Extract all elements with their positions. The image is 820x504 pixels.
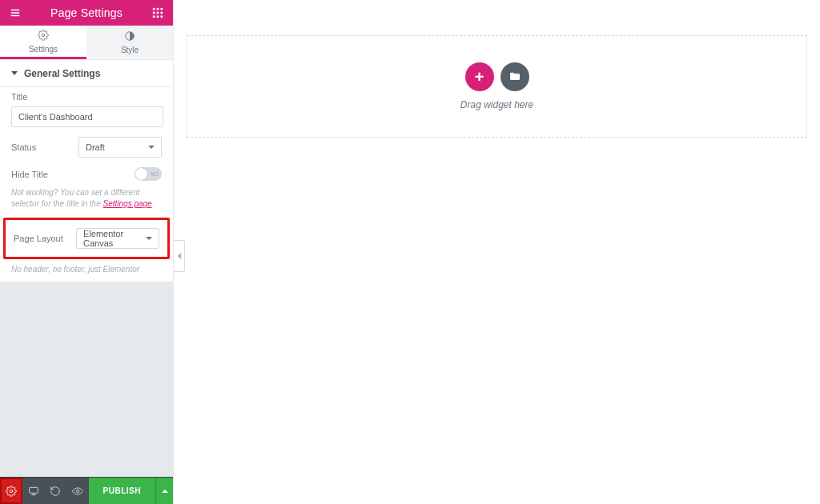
- svg-rect-2: [161, 8, 163, 10]
- status-value: Draft: [86, 142, 105, 152]
- publish-options-button[interactable]: [155, 478, 173, 504]
- add-section-button[interactable]: +: [465, 62, 494, 91]
- chevron-down-icon: [11, 71, 18, 75]
- editor-canvas: + Drag widget here: [174, 0, 820, 504]
- label-status: Status: [11, 142, 78, 152]
- chevron-left-icon: [178, 253, 181, 259]
- field-page-layout: Page Layout Elementor Canvas: [6, 223, 167, 254]
- svg-rect-6: [153, 16, 155, 18]
- add-template-button[interactable]: [500, 62, 529, 91]
- drop-zone[interactable]: + Drag widget here: [187, 35, 807, 138]
- gear-icon: [38, 30, 49, 43]
- page-layout-select[interactable]: Elementor Canvas: [76, 228, 159, 249]
- footer-preview-button[interactable]: [66, 478, 89, 504]
- panel-footer: PUBLISH: [0, 477, 173, 504]
- tab-style[interactable]: Style: [86, 26, 173, 59]
- chevron-up-icon: [162, 490, 168, 493]
- panel-header: Page Settings: [0, 0, 173, 26]
- chevron-down-icon: [146, 237, 152, 240]
- footer-publish-group: PUBLISH: [89, 478, 173, 504]
- footer-settings-button[interactable]: [0, 478, 22, 504]
- tab-label: Style: [121, 46, 139, 54]
- title-input[interactable]: [11, 106, 163, 127]
- menu-button[interactable]: [5, 2, 26, 23]
- label-title: Title: [11, 92, 162, 102]
- drop-zone-buttons: +: [465, 62, 529, 91]
- svg-rect-5: [161, 12, 163, 14]
- hide-title-toggle[interactable]: NO: [135, 167, 162, 181]
- section-general-settings[interactable]: General Settings: [0, 60, 173, 87]
- footer-history-button[interactable]: [45, 478, 67, 504]
- label-hide-title: Hide Title: [11, 170, 135, 179]
- svg-rect-4: [157, 12, 159, 14]
- plus-icon: +: [475, 68, 484, 86]
- section-title: General Settings: [24, 68, 100, 79]
- label-page-layout: Page Layout: [14, 234, 76, 243]
- collapse-panel-button[interactable]: [174, 240, 185, 272]
- svg-rect-3: [153, 12, 155, 14]
- panel-tabs: Settings Style: [0, 26, 173, 60]
- page-layout-description: No header, no footer, just Elementor: [0, 262, 173, 282]
- folder-icon: [508, 70, 521, 83]
- contrast-icon: [124, 30, 135, 44]
- svg-point-11: [10, 490, 13, 493]
- svg-rect-8: [161, 16, 163, 18]
- hide-title-description: Not working? You can set a different sel…: [0, 186, 173, 216]
- svg-rect-1: [157, 8, 159, 10]
- field-hide-title: Hide Title NO: [0, 162, 173, 186]
- page-layout-highlight: Page Layout Elementor Canvas: [3, 218, 170, 259]
- tab-settings[interactable]: Settings: [0, 26, 86, 59]
- toggle-off-label: NO: [151, 167, 159, 181]
- status-select[interactable]: Draft: [78, 137, 162, 158]
- page-layout-value: Elementor Canvas: [83, 229, 146, 248]
- settings-page-link[interactable]: Settings page: [103, 199, 152, 208]
- panel-body: General Settings Title Status Draft Hide…: [0, 60, 173, 282]
- widgets-button[interactable]: [147, 2, 168, 23]
- chevron-down-icon: [148, 146, 155, 149]
- svg-rect-7: [157, 16, 159, 18]
- publish-button[interactable]: PUBLISH: [89, 478, 155, 504]
- svg-point-9: [42, 34, 45, 37]
- page-title: Page Settings: [26, 6, 147, 19]
- drop-zone-text: Drag widget here: [460, 99, 533, 110]
- settings-panel: Page Settings Settings Style General S: [0, 0, 174, 504]
- svg-rect-0: [153, 8, 155, 10]
- tab-label: Settings: [29, 45, 58, 54]
- footer-responsive-button[interactable]: [22, 478, 45, 504]
- svg-rect-12: [30, 487, 38, 493]
- field-status: Status Draft: [0, 132, 173, 162]
- field-title: Title: [0, 87, 173, 132]
- svg-point-13: [76, 490, 79, 493]
